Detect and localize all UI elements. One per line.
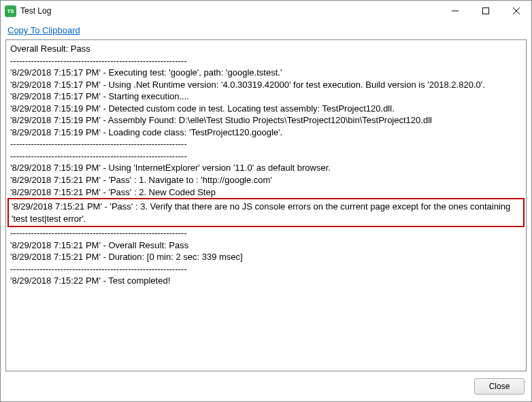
log-line: '8/29/2018 7:15:17 PM' - Using .Net Runt…: [10, 79, 522, 91]
close-button[interactable]: Close: [474, 378, 525, 395]
log-line: ----------------------------------------…: [10, 227, 522, 239]
highlighted-log-line: '8/29/2018 7:15:21 PM' - 'Pass' : 3. Ver…: [7, 198, 525, 227]
log-line: ----------------------------------------…: [10, 263, 522, 275]
copy-to-clipboard-link[interactable]: Copy To Clipboard: [7, 25, 80, 35]
log-line: '8/29/2018 7:15:17 PM' - Starting execut…: [10, 90, 522, 103]
log-line: ----------------------------------------…: [10, 138, 522, 150]
footer: Close: [1, 371, 531, 401]
minimize-button[interactable]: [439, 1, 470, 21]
log-line: '8/29/2018 7:15:21 PM' - 'Pass' : 1. Nav…: [10, 174, 522, 186]
window-title: Test Log: [20, 6, 439, 16]
log-line: '8/29/2018 7:15:17 PM' - Executing test:…: [10, 67, 522, 79]
toolbar: Copy To Clipboard: [1, 21, 531, 39]
log-line: ----------------------------------------…: [10, 55, 522, 67]
log-line: '8/29/2018 7:15:22 PM' - Test completed!: [10, 275, 522, 287]
maximize-button[interactable]: [470, 1, 501, 21]
log-output[interactable]: Overall Result: Pass -------------------…: [5, 39, 527, 371]
log-line: '8/29/2018 7:15:19 PM' - Assembly Found:…: [10, 114, 522, 127]
app-icon: TS: [5, 5, 16, 17]
titlebar: TS Test Log: [1, 1, 531, 21]
log-line: '8/29/2018 7:15:19 PM' - Detected custom…: [10, 103, 522, 115]
log-line: '8/29/2018 7:15:19 PM' - Using 'Internet…: [10, 162, 522, 174]
log-line: '8/29/2018 7:15:21 PM' - 'Pass' : 2. New…: [10, 186, 522, 199]
log-line: '8/29/2018 7:15:21 PM' - Duration: [0 mi…: [10, 251, 522, 263]
log-line: '8/29/2018 7:15:19 PM' - Loading code cl…: [10, 127, 522, 139]
svg-rect-1: [482, 8, 488, 14]
close-window-button[interactable]: [501, 1, 531, 21]
window-controls: [439, 1, 531, 21]
log-line: ----------------------------------------…: [10, 150, 522, 163]
log-line: Overall Result: Pass: [10, 43, 522, 55]
log-line: '8/29/2018 7:15:21 PM' - Overall Result:…: [10, 239, 522, 252]
